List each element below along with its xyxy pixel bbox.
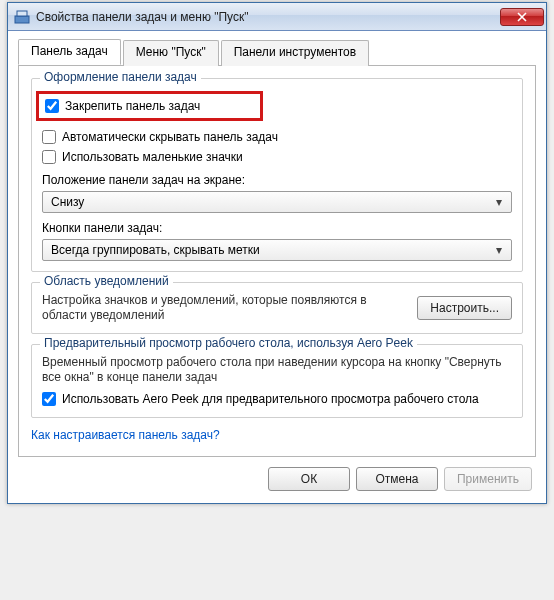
checkbox-smallicons-label: Использовать маленькие значки	[62, 149, 243, 165]
combo-position-value: Снизу	[51, 195, 84, 209]
checkbox-lock-taskbar[interactable]: Закрепить панель задач	[45, 98, 200, 114]
group-aero-peek: Предварительный просмотр рабочего стола,…	[31, 344, 523, 418]
checkbox-autohide[interactable]: Автоматически скрывать панель задач	[42, 129, 512, 145]
cancel-button[interactable]: Отмена	[356, 467, 438, 491]
close-button[interactable]	[500, 8, 544, 26]
checkbox-lock-taskbar-label: Закрепить панель задач	[65, 98, 200, 114]
group-appearance: Оформление панели задач Закрепить панель…	[31, 78, 523, 272]
highlight-box: Закрепить панель задач	[36, 91, 263, 121]
window-title: Свойства панели задач и меню "Пуск"	[36, 10, 498, 24]
checkbox-aero-peek[interactable]: Использовать Aero Peek для предварительн…	[42, 391, 512, 407]
checkbox-aero-peek-label: Использовать Aero Peek для предварительн…	[62, 391, 479, 407]
customize-button[interactable]: Настроить...	[417, 296, 512, 320]
chevron-down-icon: ▾	[491, 195, 507, 209]
checkbox-lock-taskbar-input[interactable]	[45, 99, 59, 113]
group-aero-peek-legend: Предварительный просмотр рабочего стола,…	[40, 336, 417, 350]
tab-toolbars[interactable]: Панели инструментов	[221, 40, 369, 66]
tab-panel-taskbar: Оформление панели задач Закрепить панель…	[18, 65, 536, 457]
checkbox-autohide-input[interactable]	[42, 130, 56, 144]
dialog-footer: ОК Отмена Применить	[18, 457, 536, 493]
group-appearance-legend: Оформление панели задач	[40, 70, 201, 84]
tab-strip: Панель задач Меню "Пуск" Панели инструме…	[18, 39, 536, 66]
client-area: Панель задач Меню "Пуск" Панели инструме…	[8, 31, 546, 503]
apply-button[interactable]: Применить	[444, 467, 532, 491]
checkbox-smallicons-input[interactable]	[42, 150, 56, 164]
ok-button[interactable]: ОК	[268, 467, 350, 491]
tab-startmenu[interactable]: Меню "Пуск"	[123, 40, 219, 66]
checkbox-autohide-label: Автоматически скрывать панель задач	[62, 129, 278, 145]
combo-buttons-value: Всегда группировать, скрывать метки	[51, 243, 260, 257]
notification-desc: Настройка значков и уведомлений, которые…	[42, 293, 397, 323]
group-notification-legend: Область уведомлений	[40, 274, 173, 288]
aero-peek-desc: Временный просмотр рабочего стола при на…	[42, 355, 512, 385]
checkbox-smallicons[interactable]: Использовать маленькие значки	[42, 149, 512, 165]
label-position: Положение панели задач на экране:	[42, 173, 512, 187]
tab-taskbar[interactable]: Панель задач	[18, 39, 121, 65]
properties-window: Свойства панели задач и меню "Пуск" Пане…	[7, 2, 547, 504]
svg-rect-1	[17, 11, 27, 16]
svg-rect-0	[15, 16, 29, 23]
help-link[interactable]: Как настраивается панель задач?	[31, 428, 220, 442]
group-notification-area: Область уведомлений Настройка значков и …	[31, 282, 523, 334]
combo-buttons[interactable]: Всегда группировать, скрывать метки ▾	[42, 239, 512, 261]
titlebar[interactable]: Свойства панели задач и меню "Пуск"	[8, 3, 546, 31]
combo-position[interactable]: Снизу ▾	[42, 191, 512, 213]
chevron-down-icon: ▾	[491, 243, 507, 257]
window-icon	[14, 9, 30, 25]
checkbox-aero-peek-input[interactable]	[42, 392, 56, 406]
label-buttons: Кнопки панели задач:	[42, 221, 512, 235]
